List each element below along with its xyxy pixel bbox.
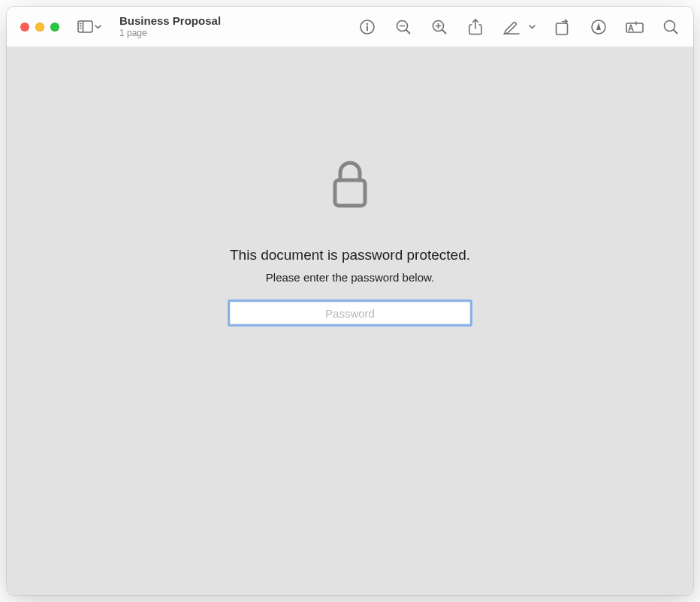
toolbar [358, 18, 680, 36]
info-button[interactable] [358, 18, 376, 36]
rotate-icon [555, 19, 570, 35]
zoom-in-icon [432, 20, 447, 35]
svg-point-6 [367, 23, 368, 24]
title-section: Business Proposal 1 page [119, 14, 352, 40]
svg-rect-0 [78, 21, 92, 32]
share-icon [469, 19, 482, 35]
content-area: This document is password protected. Ple… [7, 47, 693, 595]
svg-line-22 [674, 30, 677, 34]
password-input[interactable] [230, 302, 470, 324]
share-button[interactable] [466, 18, 484, 36]
markup-button[interactable] [502, 18, 520, 36]
titlebar: Business Proposal 1 page [7, 7, 693, 47]
preview-window: Business Proposal 1 page [7, 7, 693, 595]
sidebar-icon [77, 20, 93, 33]
lock-icon [331, 160, 369, 209]
search-icon [663, 20, 678, 35]
search-button[interactable] [662, 18, 680, 36]
svg-line-9 [406, 30, 410, 34]
close-button[interactable] [20, 23, 29, 32]
sidebar-toggle-button[interactable] [77, 20, 101, 33]
form-icon [626, 21, 644, 33]
info-icon [360, 20, 375, 35]
svg-line-12 [442, 30, 446, 34]
document-page-count: 1 page [119, 28, 352, 40]
chevron-down-icon [95, 25, 101, 29]
password-subtext: Please enter the password below. [266, 271, 434, 284]
minimize-button[interactable] [35, 23, 44, 32]
svg-rect-16 [557, 23, 568, 35]
highlight-button[interactable] [590, 18, 608, 36]
zoom-in-button[interactable] [430, 18, 448, 36]
svg-rect-23 [335, 180, 365, 206]
window-controls [20, 23, 59, 32]
pen-circle-icon [591, 20, 606, 35]
markup-icon [503, 20, 520, 35]
markup-menu-button[interactable] [528, 18, 536, 36]
zoom-out-button[interactable] [394, 18, 412, 36]
rotate-button[interactable] [554, 18, 572, 36]
password-heading: This document is password protected. [230, 247, 470, 263]
zoom-out-icon [396, 20, 411, 35]
zoom-button[interactable] [50, 23, 59, 32]
form-fields-button[interactable] [626, 18, 644, 36]
chevron-down-icon [529, 25, 536, 29]
document-title: Business Proposal [119, 14, 352, 28]
